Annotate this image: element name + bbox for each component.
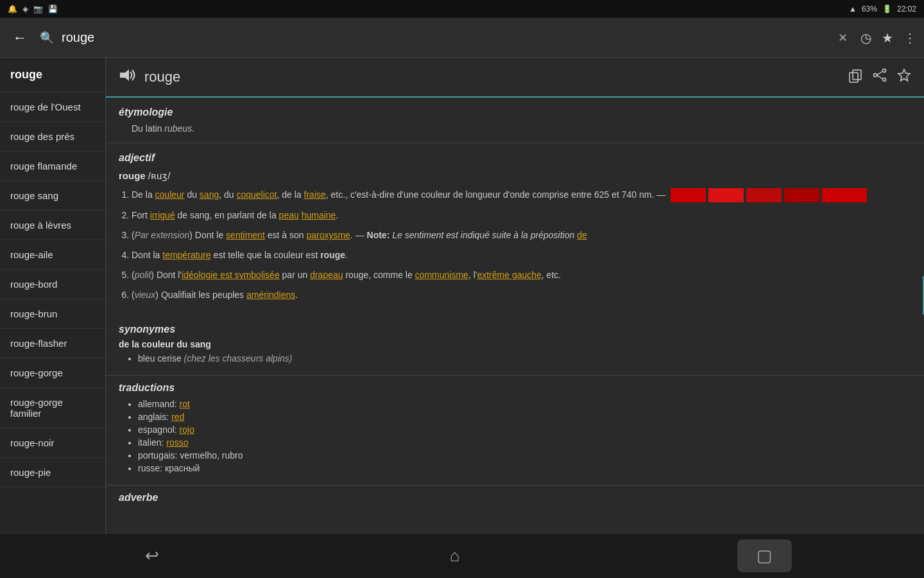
copy-button[interactable] — [848, 68, 862, 86]
link-sang[interactable]: sang — [200, 189, 219, 200]
search-input[interactable] — [62, 28, 825, 48]
camera-icon: 📷 — [33, 4, 43, 13]
link-extreme-gauche[interactable]: extrême gauche — [477, 270, 541, 280]
sidebar-item-rouge-brun[interactable]: rouge-brun — [0, 299, 105, 329]
main-area: rouge rouge de l'Ouest rouge des prés ro… — [0, 58, 924, 533]
bottom-nav: ↩ ⌂ ▢ — [0, 533, 924, 578]
etymology-title: étymologie — [119, 107, 911, 118]
search-container — [62, 28, 825, 48]
translations-section: traductions allemand: rot anglais: red e… — [106, 376, 924, 486]
wifi-icon: ▲ — [849, 4, 857, 13]
link-rojo[interactable]: rojo — [180, 425, 194, 435]
nav-recents-button[interactable]: ▢ — [737, 539, 792, 572]
link-couleur[interactable]: couleur — [155, 189, 185, 200]
top-bar-actions: ◷ ★ ⋮ — [860, 30, 916, 46]
etymology-prefix: Du latin — [132, 123, 164, 134]
definition-5: (polit) Dont l'idéologie est symbolisée … — [132, 268, 911, 282]
etymology-section: étymologie Du latin rubeus. — [106, 98, 924, 143]
phonetic-line: rouge /ʀuʒ/ — [119, 170, 911, 182]
synonyms-subtitle: de la couleur du sang — [119, 339, 911, 349]
translation-it: italien: rosso — [138, 437, 911, 448]
definition-4: Dont la température est telle que la cou… — [132, 249, 911, 262]
battery-icon: 🔋 — [882, 4, 892, 13]
synonyms-section: synonymes de la couleur du sang bleu cer… — [106, 317, 924, 376]
synonyms-title: synonymes — [119, 324, 911, 335]
translation-ru: russe: красный — [138, 463, 911, 473]
sidebar-item-rouge-flamande[interactable]: rouge flamande — [0, 152, 105, 181]
link-de[interactable]: de — [577, 230, 587, 240]
svg-point-5 — [874, 74, 877, 77]
definition-3: (Par extension) Dont le sentiment est à … — [132, 229, 911, 242]
svg-point-4 — [883, 78, 886, 82]
adverb-title: adverbe — [119, 492, 911, 504]
definition-6: (vieux) Qualifiait les peuples amérindie… — [132, 288, 911, 302]
synonym-item-1: bleu cerise (chez les chasseurs alpins) — [138, 353, 911, 363]
link-communisme[interactable]: communisme — [415, 270, 468, 280]
sidebar-item-rouge-aile[interactable]: rouge-aile — [0, 240, 105, 270]
speaker-button[interactable] — [119, 68, 137, 86]
link-rosso[interactable]: rosso — [166, 437, 188, 448]
history-button[interactable]: ◷ — [860, 30, 871, 46]
word-title: rouge — [144, 69, 180, 85]
nav-back-button[interactable]: ↩ — [132, 539, 172, 572]
svg-marker-8 — [898, 69, 910, 81]
sidebar-item-rouge-gorge[interactable]: rouge-gorge — [0, 358, 105, 388]
svg-rect-2 — [853, 70, 861, 80]
star-button[interactable] — [897, 68, 911, 86]
translation-es: espagnol: rojo — [138, 425, 911, 435]
link-red[interactable]: red — [171, 412, 184, 422]
translation-pt: portugais: vermelho, rubro — [138, 450, 911, 460]
sidebar-item-rouge-sang[interactable]: rouge sang — [0, 181, 105, 211]
etymology-latin: rubeus — [164, 123, 192, 134]
svg-line-6 — [877, 71, 883, 75]
sidebar-item-rouge-noir[interactable]: rouge-noir — [0, 428, 105, 458]
clear-button[interactable]: ✕ — [833, 28, 853, 48]
sidebar-item-rouge-de-louest[interactable]: rouge de l'Ouest — [0, 92, 105, 122]
sidebar-item-rouge-pie[interactable]: rouge-pie — [0, 458, 105, 487]
translations-list: allemand: rot anglais: red espagnol: roj… — [119, 399, 911, 473]
word-header-actions — [848, 68, 911, 86]
bookmark-button[interactable]: ★ — [882, 30, 893, 46]
sidebar-item-rouge-des-pres[interactable]: rouge des prés — [0, 122, 105, 152]
time-display: 22:02 — [897, 4, 916, 13]
phonetic-word: rouge — [119, 170, 146, 181]
link-drapeau[interactable]: drapeau — [310, 270, 343, 280]
link-ideologie[interactable]: idéologie est symbolisée — [182, 270, 280, 280]
link-rot[interactable]: rot — [180, 399, 190, 409]
pos-title: adjectif — [119, 152, 911, 164]
sidebar-item-rouge-bord[interactable]: rouge-bord — [0, 270, 105, 299]
phonetic-notation: /ʀuʒ/ — [148, 170, 171, 181]
etymology-suffix: . — [192, 123, 194, 134]
swatch-3 — [746, 188, 782, 202]
nav-home-button[interactable]: ⌂ — [437, 539, 473, 572]
swatch-4 — [784, 188, 819, 202]
link-peau[interactable]: peau — [279, 210, 299, 220]
sidebar-item-rouge-gorge-familier[interactable]: rouge-gorge familier — [0, 388, 105, 428]
dict-content: ▶ rouge — [106, 58, 924, 533]
sidebar-item-rouge-a-levres[interactable]: rouge à lèvres — [0, 211, 105, 240]
synonyms-list: bleu cerise (chez les chasseurs alpins) — [119, 353, 911, 363]
link-sentiment[interactable]: sentiment — [226, 230, 265, 240]
link-coquelicot[interactable]: coquelicot — [236, 189, 277, 200]
link-paroxysme[interactable]: paroxysme — [306, 230, 350, 240]
status-bar: 🔔 ◈ 📷 💾 ▲ 63% 🔋 22:02 — [0, 0, 924, 18]
svg-line-7 — [877, 75, 883, 79]
link-amerindiens[interactable]: amérindiens — [246, 290, 295, 300]
etymology-text: Du latin rubeus. — [119, 123, 911, 134]
translation-en: anglais: red — [138, 412, 911, 422]
more-options-button[interactable]: ⋮ — [903, 30, 916, 46]
translation-de: allemand: rot — [138, 399, 911, 409]
link-humaine[interactable]: humaine — [302, 210, 336, 220]
sidebar-item-rouge-flasher[interactable]: rouge-flasher — [0, 329, 105, 358]
color-swatches — [671, 188, 867, 202]
link-fraise[interactable]: fraise — [304, 189, 326, 200]
back-button[interactable]: ← — [8, 24, 32, 51]
sidebar-item-rouge[interactable]: rouge — [0, 58, 105, 92]
battery-level: 63% — [862, 4, 877, 13]
search-icon: 🔍 — [40, 31, 54, 45]
share-button[interactable] — [873, 68, 887, 86]
notification-icon: 🔔 — [8, 4, 17, 13]
link-temperature[interactable]: température — [162, 250, 210, 260]
link-irrigue[interactable]: irrigué — [150, 210, 175, 220]
swatch-5 — [822, 188, 867, 202]
